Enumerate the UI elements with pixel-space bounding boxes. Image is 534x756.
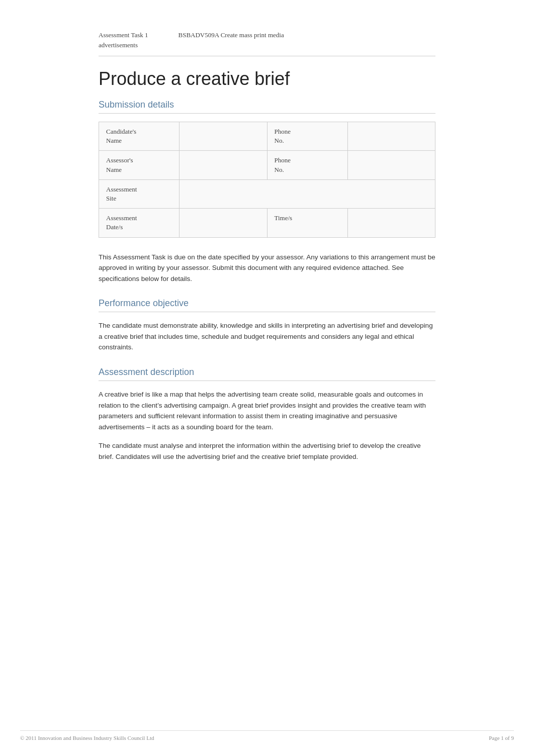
candidate-phone-label: PhoneNo.: [267, 122, 347, 151]
footer-copyright: © 2011 Innovation and Business Industry …: [20, 735, 154, 741]
header-left: Assessment Task 1 advertisements: [99, 30, 148, 50]
assessment-time-value[interactable]: [347, 209, 435, 237]
page-title: Produce a creative brief: [99, 68, 435, 89]
assessor-phone-label: PhoneNo.: [267, 151, 347, 179]
assessment-paragraph-2: The candidate must analyse and interpret…: [99, 440, 435, 462]
performance-heading: Performance objective: [99, 298, 435, 312]
header-subject: advertisements: [99, 41, 138, 49]
doc-header: Assessment Task 1 advertisements BSBADV5…: [99, 30, 435, 56]
intro-paragraph: This Assessment Task is due on the date …: [99, 252, 435, 285]
table-row: AssessmentDate/s Time/s: [99, 209, 435, 237]
candidate-phone-value[interactable]: [347, 122, 435, 151]
intro-block: This Assessment Task is due on the date …: [99, 252, 435, 285]
assessment-paragraph-1: A creative brief is like a map that help…: [99, 389, 435, 432]
assessment-date-label: AssessmentDate/s: [99, 209, 180, 237]
table-row: Candidate'sName PhoneNo.: [99, 122, 435, 151]
page-footer: © 2011 Innovation and Business Industry …: [20, 730, 514, 741]
footer-page-number: Page 1 of 9: [489, 735, 514, 741]
submission-section: Submission details Candidate'sName Phone…: [99, 100, 435, 238]
submission-heading: Submission details: [99, 100, 435, 114]
performance-paragraph: The candidate must demonstrate ability, …: [99, 320, 435, 353]
header-task: Assessment Task 1: [99, 31, 148, 39]
candidate-name-label: Candidate'sName: [99, 122, 180, 151]
assessor-name-value[interactable]: [180, 151, 268, 179]
candidate-name-value[interactable]: [180, 122, 268, 151]
header-course: BSBADV509A Create mass print media: [179, 31, 284, 39]
assessment-description-heading: Assessment description: [99, 367, 435, 381]
assessment-site-label: AssessmentSite: [99, 179, 180, 208]
assessment-time-label: Time/s: [267, 209, 347, 237]
assessment-date-value[interactable]: [180, 209, 268, 237]
table-row: AssessmentSite: [99, 179, 435, 208]
header-right: BSBADV509A Create mass print media: [179, 30, 284, 50]
assessor-phone-value[interactable]: [347, 151, 435, 179]
table-row: Assessor'sName PhoneNo.: [99, 151, 435, 179]
performance-section: Performance objective The candidate must…: [99, 298, 435, 353]
assessment-description-section: Assessment description A creative brief …: [99, 367, 435, 462]
assessment-site-value[interactable]: [180, 179, 435, 208]
assessor-name-label: Assessor'sName: [99, 151, 180, 179]
submission-table: Candidate'sName PhoneNo. Assessor'sName …: [99, 122, 435, 238]
